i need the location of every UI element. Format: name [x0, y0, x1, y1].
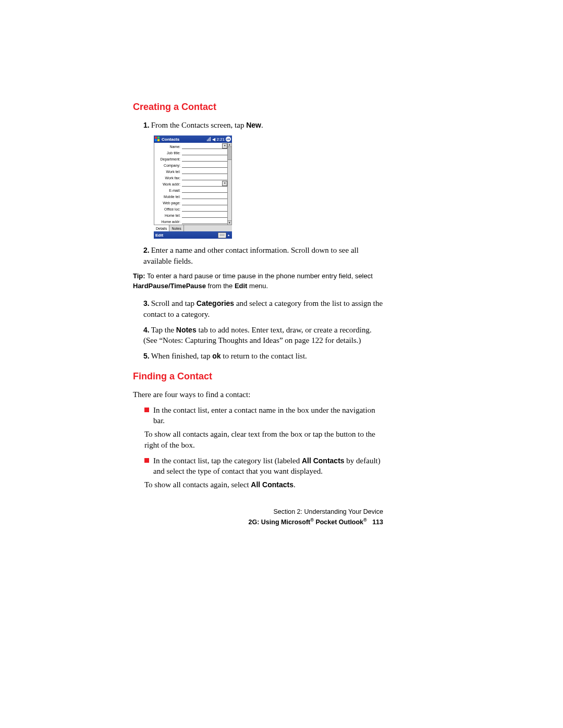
- windows-start-icon: [155, 137, 160, 142]
- pda-form-body: ▾ ▾ Name: Job title: Department: Company…: [154, 143, 232, 225]
- bullet-2: In the contact list, tap the category li…: [144, 455, 383, 477]
- page-footer: Section 2: Understanding Your Device 2G:…: [133, 507, 383, 527]
- pda-title: Contacts: [162, 137, 207, 142]
- pda-titlebar: Contacts ◀ 2:21 ok: [154, 135, 232, 143]
- edit-menu-label: Edit: [155, 233, 163, 238]
- svg-rect-6: [209, 138, 210, 141]
- pda-status-area: ◀ 2:21 ok: [207, 137, 231, 142]
- field-label: Company:: [154, 164, 182, 167]
- tip-block: Tip: To enter a hard pause or time pause…: [133, 272, 383, 291]
- field-label: Office loc:: [154, 207, 182, 211]
- field-label: Home addr:: [154, 220, 182, 224]
- heading-creating-contact: Creating a Contact: [133, 102, 383, 113]
- step-4: 4.Tap the Notes tab to add notes. Enter …: [143, 325, 383, 346]
- heading-finding-contact: Finding a Contact: [133, 371, 383, 382]
- pocketpc-screenshot: Contacts ◀ 2:21 ok ▾ ▾ Name: Job title: …: [154, 135, 232, 239]
- field-label: E-mail:: [154, 189, 182, 192]
- signal-icon: [207, 137, 211, 141]
- svg-rect-2: [155, 139, 157, 141]
- scroll-down-icon: ▾: [228, 220, 231, 225]
- footer-section-line: Section 2: Understanding Your Device: [133, 507, 383, 517]
- field-label: Department:: [154, 157, 182, 161]
- field-label: Job title:: [154, 151, 182, 155]
- svg-rect-4: [207, 140, 207, 141]
- svg-rect-7: [210, 137, 211, 141]
- bullet-2-subtext: To show all contacts again, select All C…: [144, 479, 383, 490]
- field-label: Work addr:: [154, 182, 182, 186]
- input-dropdown-icon: ▴: [226, 233, 230, 238]
- bullet-1: In the contact list, enter a contact nam…: [144, 405, 383, 426]
- tab-notes: Notes: [169, 225, 183, 231]
- pda-bottombar: Edit ▴: [154, 231, 232, 239]
- keyboard-icon: [218, 232, 226, 238]
- scroll-up-icon: ▴: [228, 143, 231, 147]
- field-label: Web page:: [154, 201, 182, 205]
- pda-time: 2:21: [216, 137, 225, 142]
- pda-tabs: Details Notes: [154, 225, 232, 231]
- tab-details: Details: [154, 225, 169, 231]
- svg-rect-5: [208, 139, 209, 141]
- field-label: Work fax:: [154, 176, 182, 180]
- step-5: 5.When finished, tap ok to return to the…: [143, 351, 383, 361]
- speaker-icon: ◀: [212, 137, 215, 142]
- name-dropdown-icon: ▾: [222, 143, 227, 149]
- svg-rect-0: [155, 137, 157, 139]
- bullet-icon: [144, 408, 149, 412]
- bullet-icon: [144, 458, 149, 463]
- field-label: Work tel:: [154, 170, 182, 174]
- step-3: 3.Scroll and tap Categories and select a…: [143, 298, 383, 319]
- footer-chapter-line: 2G: Using Microsoft® Pocket Outlook® 113: [133, 517, 383, 527]
- bullet-1-subtext: To show all contacts again, clear text f…: [144, 429, 383, 450]
- finding-intro: There are four ways to find a contact:: [133, 389, 383, 400]
- field-label: Home tel:: [154, 214, 182, 217]
- workaddr-dropdown-icon: ▾: [222, 181, 227, 186]
- field-label: Mobile tel:: [154, 195, 182, 199]
- svg-rect-1: [157, 137, 160, 139]
- step-1: 1.From the Contacts screen, tap New.: [143, 120, 383, 130]
- ok-button-icon: ok: [226, 137, 231, 142]
- svg-rect-3: [157, 139, 160, 141]
- field-label: Name:: [154, 145, 182, 149]
- pda-scrollbar: ▴ ▾: [227, 143, 231, 225]
- step-2: 2.Enter a name and other contact informa…: [143, 245, 383, 266]
